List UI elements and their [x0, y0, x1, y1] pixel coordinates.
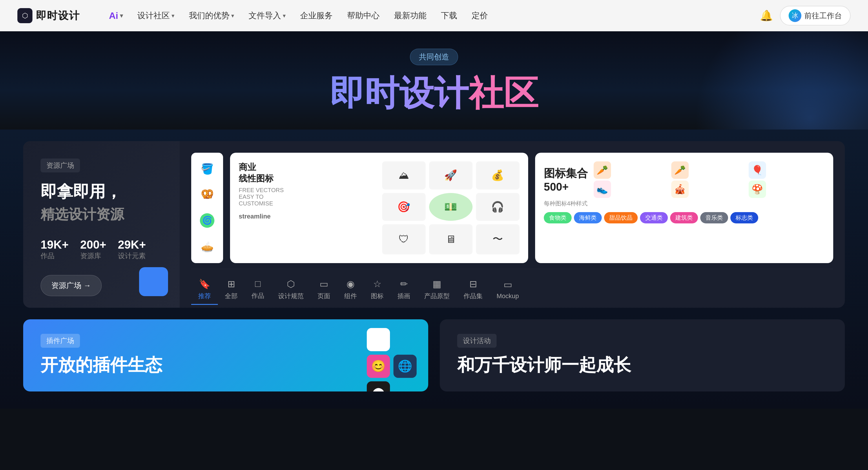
resource-section: 资源广场 即拿即用， 精选设计资源 19K+ 作品 200+ 资源库 29K+ …: [23, 141, 845, 308]
stat-elements-label: 设计元素: [118, 252, 146, 260]
nav-item-download[interactable]: 下载: [435, 8, 463, 24]
icon-green-circle: 🌀: [200, 213, 214, 228]
stat-elements: 29K+ 设计元素: [118, 238, 146, 260]
resource-left-panel: 资源广场 即拿即用， 精选设计资源 19K+ 作品 200+ 资源库 29K+ …: [23, 141, 180, 308]
icon-img-4: 👟: [594, 181, 611, 198]
nav-ai-chevron: ▾: [120, 12, 123, 19]
icon-tag-drinks[interactable]: 甜品饮品: [604, 212, 638, 223]
activity-card[interactable]: 设计活动 和万千设计师一起成长: [440, 319, 845, 391]
nav-ai-label: Ai: [109, 10, 118, 21]
icon-tag-building[interactable]: 建筑类: [670, 212, 698, 223]
nav-item-import[interactable]: 文件导入 ▾: [243, 8, 291, 24]
logo-text: 即时设计: [36, 9, 80, 23]
nav-item-ai[interactable]: Ai ▾: [103, 8, 129, 24]
plugin-icons-decoration: ✂ 😊 🌐 ⬤: [367, 328, 416, 391]
cat-tab-works-label: 作品: [251, 291, 264, 300]
all-icon: ⊞: [227, 279, 235, 289]
notification-bell-icon[interactable]: 🔔: [760, 9, 773, 22]
cat-tab-mockup[interactable]: ▭ Mockup: [490, 276, 526, 304]
plugin-tag: 插件广场: [40, 334, 80, 348]
nav-advantage-chevron: ▾: [231, 12, 234, 19]
cat-tab-all-label: 全部: [225, 292, 238, 301]
nav-item-features[interactable]: 最新功能: [388, 8, 432, 24]
linear-icon-wave: 〜: [476, 224, 520, 254]
cat-tab-all[interactable]: ⊞ 全部: [218, 275, 245, 305]
cat-tab-icon[interactable]: ☆ 图标: [364, 275, 391, 305]
nav-community-chevron: ▾: [172, 12, 175, 19]
resource-stats: 19K+ 作品 200+ 资源库 29K+ 设计元素: [40, 238, 162, 260]
hero-title-part1: 即时设计: [330, 73, 469, 113]
linear-card-brand: streamline: [239, 213, 376, 220]
design-spec-icon: ⬡: [287, 279, 295, 289]
nav-item-pricing[interactable]: 定价: [466, 8, 494, 24]
resource-title: 即拿即用，: [40, 181, 162, 202]
icon-tag-transport[interactable]: 交通类: [640, 212, 668, 223]
stat-elements-number: 29K+: [118, 238, 146, 251]
cat-tab-recommended[interactable]: 🔖 推荐: [191, 275, 218, 305]
stat-libraries-number: 200+: [80, 238, 106, 251]
navbar-right: 🔔 冰 前往工作台: [760, 6, 850, 26]
cat-tab-icon-label: 图标: [371, 292, 383, 301]
icon-coll-count: 500+: [544, 181, 588, 193]
stat-libraries-label: 资源库: [80, 252, 101, 260]
nav-community-label: 设计社区: [137, 10, 170, 21]
nav-item-community[interactable]: 设计社区 ▾: [131, 8, 180, 24]
goto-workspace-button[interactable]: 冰 前往工作台: [780, 6, 850, 26]
cat-tab-page[interactable]: ▭ 页面: [311, 275, 337, 305]
cat-tab-prototype[interactable]: ▦ 产品原型: [417, 275, 457, 305]
nav-item-advantage[interactable]: 我们的优势 ▾: [183, 8, 240, 24]
icon-coll-title: 图标集合: [544, 166, 588, 181]
cat-tab-works[interactable]: □ 作品: [245, 275, 271, 305]
stat-works: 19K+ 作品: [40, 238, 69, 260]
plugin-icon-pink-box: 😊: [367, 355, 390, 378]
avatar: 冰: [788, 9, 801, 22]
goto-btn-label: 前往工作台: [804, 11, 842, 21]
logo[interactable]: ⬡ 即时设计: [18, 8, 80, 23]
icon-tag-logo[interactable]: 标志类: [731, 212, 758, 223]
resource-right-panel: 🪣 🥨 🌀 🥧 商业线性图标 FREE VECTORSEASY TOCUSTOM…: [180, 141, 845, 308]
nav-item-help[interactable]: 帮助中心: [341, 8, 385, 24]
linear-icons-card[interactable]: 商业线性图标 FREE VECTORSEASY TOCUSTOMISE stre…: [230, 153, 528, 263]
plugin-icon-black-box: ⬤: [367, 381, 390, 391]
icon-tag-music[interactable]: 音乐类: [700, 212, 728, 223]
icon-img-6: 🍄: [749, 181, 766, 198]
icon-img-5: 🎪: [671, 181, 689, 198]
nav-import-chevron: ▾: [283, 12, 286, 19]
cat-tab-illustration[interactable]: ✏ 插画: [391, 275, 417, 305]
preview-card-small[interactable]: 🪣 🥨 🌀 🥧: [191, 153, 223, 263]
nav-advantage-label: 我们的优势: [189, 10, 229, 21]
logo-icon: ⬡: [18, 8, 32, 23]
plugin-icon-globe: 🌐: [394, 355, 416, 378]
illustration-icon: ✏: [400, 279, 408, 289]
icon-coll-badge: 每种图标4种样式: [544, 200, 825, 208]
stat-works-label: 作品: [40, 252, 55, 260]
recommended-icon: 🔖: [199, 279, 210, 289]
icon-collection-card[interactable]: 图标集合 500+ 🥕 🥕 🎈 👟 🎪 🍄 每种图标4种样式: [535, 153, 833, 263]
mockup-icon: ▭: [503, 279, 512, 290]
plugin-card[interactable]: 插件广场 开放的插件生态 ✂ 😊 🌐 ⬤: [23, 319, 428, 391]
resource-tag: 资源广场: [40, 158, 80, 173]
icon-tag-seafood[interactable]: 海鲜类: [574, 212, 602, 223]
nav-item-enterprise[interactable]: 企业服务: [294, 8, 338, 24]
hero-badge: 共同创造: [410, 49, 458, 65]
resource-subtitle: 精选设计资源: [40, 205, 162, 224]
cat-tab-component[interactable]: ◉ 组件: [337, 275, 364, 305]
icon-tag-food[interactable]: 食物类: [544, 212, 571, 223]
icon-img-1: 🥕: [594, 161, 611, 179]
nav-enterprise-label: 企业服务: [300, 10, 333, 21]
icon-img-3: 🎈: [749, 161, 766, 179]
cat-tab-component-label: 组件: [344, 292, 357, 301]
cat-tab-recommended-label: 推荐: [198, 292, 211, 301]
stat-libraries: 200+ 资源库: [80, 238, 106, 260]
plugin-icon-face: 😊: [371, 359, 385, 373]
blue-square-decoration: [139, 267, 168, 296]
linear-icon-shield: 🛡: [382, 224, 426, 254]
nav-pricing-label: 定价: [472, 10, 488, 21]
linear-card-sub: FREE VECTORSEASY TOCUSTOMISE: [239, 187, 376, 207]
cat-tab-design-spec[interactable]: ⬡ 设计规范: [271, 275, 311, 305]
resource-plaza-button[interactable]: 资源广场 →: [40, 275, 102, 296]
component-icon: ◉: [346, 279, 354, 289]
bottom-cards: 插件广场 开放的插件生态 ✂ 😊 🌐 ⬤: [23, 319, 845, 391]
cat-tab-portfolio[interactable]: ⊟ 作品集: [457, 275, 490, 305]
works-icon: □: [255, 279, 260, 289]
